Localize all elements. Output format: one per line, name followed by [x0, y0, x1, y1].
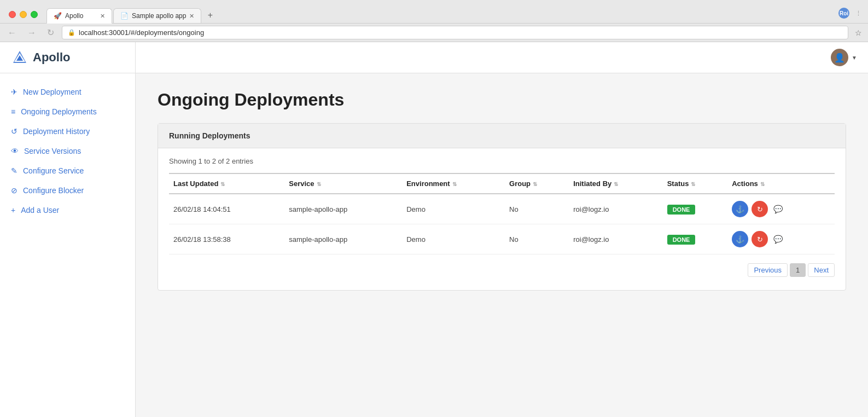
nav-label-deployment-history: Deployment History — [23, 127, 90, 136]
next-button[interactable]: Next — [808, 263, 835, 277]
url-text: localhost:30001/#/deployments/ongoing — [79, 28, 204, 37]
nav-icon-deployment-history: ↺ — [11, 127, 18, 136]
window-minimize[interactable] — [20, 11, 27, 18]
apollo-logo-icon — [11, 49, 28, 66]
view-action-button[interactable]: ⚓ — [732, 201, 748, 217]
anchor-icon: ⚓ — [736, 235, 744, 244]
nav-icon-ongoing-deployments: ≡ — [11, 107, 15, 116]
tab-close-sample[interactable]: ✕ — [189, 13, 194, 20]
status-badge: DONE — [667, 235, 696, 245]
entries-info: Showing 1 to 2 of 2 entries — [169, 157, 835, 165]
sort-icon-last-updated: ⇅ — [220, 181, 225, 187]
sidebar-item-configure-service[interactable]: ✎ Configure Service — [0, 161, 135, 181]
tab-close-apollo[interactable]: ✕ — [100, 13, 105, 20]
environment-cell: Demo — [402, 194, 505, 224]
card-header: Running Deployments — [158, 124, 846, 148]
user-profile-icon[interactable]: Roi — [838, 8, 849, 19]
initiated-by-cell: roi@logz.io — [569, 194, 662, 224]
last-updated-cell: 26/02/18 14:04:51 — [169, 194, 284, 224]
main-content: Ongoing Deployments Running Deployments … — [136, 73, 868, 417]
running-deployments-card: Running Deployments Showing 1 to 2 of 2 … — [158, 123, 846, 291]
previous-button[interactable]: Previous — [748, 263, 788, 277]
nav-icon-configure-blocker: ⊘ — [11, 186, 18, 195]
page-1-button[interactable]: 1 — [790, 263, 806, 277]
status-badge: DONE — [667, 205, 696, 215]
user-avatar: 👤 — [831, 49, 848, 66]
sidebar-item-new-deployment[interactable]: ✈ New Deployment — [0, 82, 135, 102]
refresh-button[interactable]: ↻ — [44, 26, 57, 39]
group-cell: No — [505, 194, 569, 224]
sort-icon-status: ⇅ — [691, 181, 695, 187]
window-close[interactable] — [9, 11, 16, 18]
nav-label-service-versions: Service Versions — [24, 147, 81, 155]
address-bar[interactable]: 🔒 localhost:30001/#/deployments/ongoing — [62, 26, 848, 39]
new-tab-button[interactable]: + — [202, 8, 218, 23]
actions-cell: ⚓ ↻ 💬 — [727, 224, 835, 254]
refresh-action-button[interactable]: ↻ — [752, 231, 768, 247]
status-cell: DONE — [663, 194, 728, 224]
service-cell: sample-apollo-app — [284, 224, 402, 254]
table-row: 26/02/18 14:04:51sample-apollo-appDemoNo… — [169, 194, 835, 224]
col-group[interactable]: Group⇅ — [505, 173, 569, 194]
tab-sample[interactable]: 📄 Sample apollo app ✕ — [113, 8, 201, 23]
environment-cell: Demo — [402, 224, 505, 254]
bookmark-icon[interactable]: ☆ — [853, 27, 864, 38]
nav-label-new-deployment: New Deployment — [23, 88, 81, 96]
tab-apollo[interactable]: 🚀 Apollo ✕ — [46, 8, 112, 24]
page-title: Ongoing Deployments — [158, 90, 846, 110]
sidebar-item-ongoing-deployments[interactable]: ≡ Ongoing Deployments — [0, 102, 135, 121]
tab-favicon-sample: 📄 — [120, 12, 129, 20]
tab-label-apollo: Apollo — [65, 12, 83, 20]
nav-icon-add-user: + — [11, 206, 15, 215]
col-status[interactable]: Status⇅ — [663, 173, 728, 194]
sidebar-item-add-user[interactable]: + Add a User — [0, 200, 135, 220]
window-maximize[interactable] — [31, 11, 38, 18]
sort-icon-environment: ⇅ — [452, 181, 457, 187]
nav-icon-configure-service: ✎ — [11, 166, 18, 175]
refresh-action-button[interactable]: ↻ — [752, 201, 768, 217]
table-row: 26/02/18 13:58:38sample-apollo-appDemoNo… — [169, 224, 835, 254]
status-cell: DONE — [663, 224, 728, 254]
col-actions[interactable]: Actions⇅ — [727, 173, 835, 194]
deployments-table: Last Updated⇅Service⇅Environment⇅Group⇅I… — [169, 173, 835, 254]
comment-action-button[interactable]: 💬 — [771, 202, 784, 216]
sort-icon-initiated-by: ⇅ — [614, 181, 618, 187]
view-action-button[interactable]: ⚓ — [732, 231, 748, 247]
refresh-icon: ↻ — [757, 235, 763, 244]
comment-icon: 💬 — [773, 235, 783, 244]
user-dropdown-caret: ▼ — [852, 55, 857, 61]
sort-icon-service: ⇅ — [317, 181, 321, 187]
app-logo-text: Apollo — [33, 50, 70, 65]
nav-label-configure-blocker: Configure Blocker — [23, 186, 84, 195]
anchor-icon: ⚓ — [736, 205, 744, 213]
forward-button[interactable]: → — [24, 27, 39, 39]
col-environment[interactable]: Environment⇅ — [402, 173, 505, 194]
nav-label-configure-service: Configure Service — [23, 166, 84, 175]
browser-menu-icon[interactable]: ⋮ — [853, 8, 864, 19]
col-last-updated[interactable]: Last Updated⇅ — [169, 173, 284, 194]
sidebar-item-service-versions[interactable]: 👁 Service Versions — [0, 141, 135, 161]
initiated-by-cell: roi@logz.io — [569, 224, 662, 254]
tab-favicon-apollo: 🚀 — [54, 12, 62, 20]
group-cell: No — [505, 224, 569, 254]
comment-icon: 💬 — [773, 205, 783, 213]
user-menu[interactable]: 👤 ▼ — [831, 49, 857, 66]
col-service[interactable]: Service⇅ — [284, 173, 402, 194]
last-updated-cell: 26/02/18 13:58:38 — [169, 224, 284, 254]
nav-icon-service-versions: 👁 — [11, 147, 19, 155]
comment-action-button[interactable]: 💬 — [771, 233, 784, 246]
sort-icon-actions: ⇅ — [760, 181, 765, 187]
sidebar-item-configure-blocker[interactable]: ⊘ Configure Blocker — [0, 181, 135, 200]
actions-cell: ⚓ ↻ 💬 — [727, 194, 835, 224]
nav-label-ongoing-deployments: Ongoing Deployments — [21, 107, 97, 116]
pagination: Previous 1 Next — [169, 254, 835, 281]
nav-label-add-user: Add a User — [21, 206, 59, 215]
service-cell: sample-apollo-app — [284, 194, 402, 224]
back-button[interactable]: ← — [4, 27, 20, 39]
sidebar: ✈ New Deployment ≡ Ongoing Deployments ↺… — [0, 73, 136, 417]
sidebar-item-deployment-history[interactable]: ↺ Deployment History — [0, 121, 135, 141]
sort-icon-group: ⇅ — [533, 181, 537, 187]
col-initiated-by[interactable]: Initiated By⇅ — [569, 173, 662, 194]
refresh-icon: ↻ — [757, 205, 763, 213]
lock-icon: 🔒 — [68, 29, 75, 36]
